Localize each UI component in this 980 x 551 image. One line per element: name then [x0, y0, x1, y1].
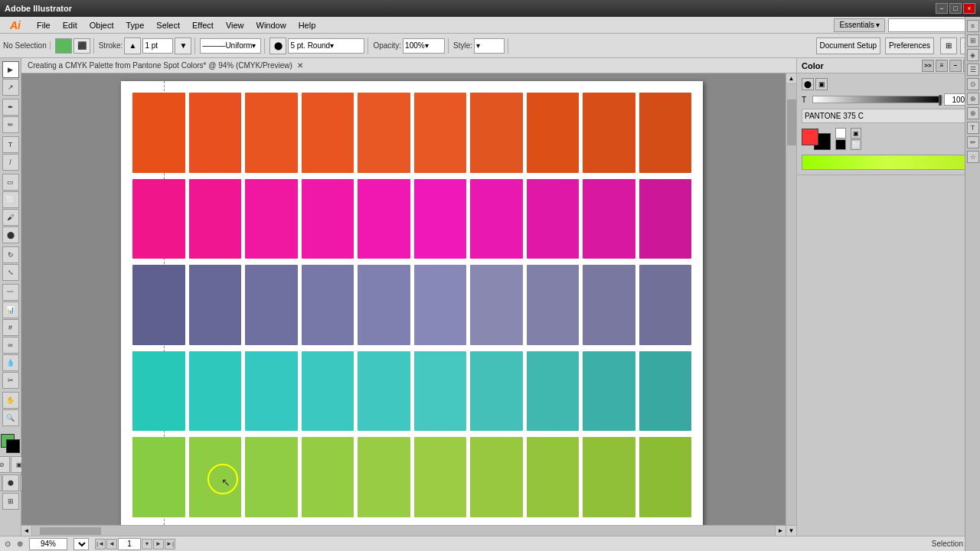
direct-selection-tool[interactable]: ↗: [2, 79, 19, 96]
strip-icon-9[interactable]: ✏: [967, 136, 979, 148]
fill-mode-icon[interactable]: ▣: [851, 128, 861, 139]
stroke-up[interactable]: ▲: [124, 37, 141, 54]
stroke-style-dropdown[interactable]: ——— Uniform ▾: [200, 38, 261, 54]
strip-icon-8[interactable]: T: [967, 122, 979, 134]
color-swatch-purple_row-2[interactable]: [245, 265, 298, 345]
color-swatch-purple_row-4[interactable]: [358, 265, 410, 345]
color-swatch-green_row-7[interactable]: [527, 437, 580, 517]
color-swatch-magenta_row-3[interactable]: [302, 179, 354, 259]
color-swatch-green_row-2[interactable]: [245, 437, 298, 517]
menu-edit[interactable]: Edit: [57, 19, 83, 31]
hscroll-thumb[interactable]: [40, 527, 101, 535]
panel-expand-btn[interactable]: >>: [922, 60, 934, 72]
color-swatch-purple_row-8[interactable]: [583, 265, 635, 345]
close-button[interactable]: ×: [963, 3, 975, 14]
color-swatch-green_row-5[interactable]: [414, 437, 467, 517]
eyedropper-tool[interactable]: 💧: [2, 354, 19, 371]
color-swatch-teal_row-4[interactable]: [358, 351, 410, 432]
hand-tool[interactable]: ✋: [2, 392, 19, 409]
selection-tool[interactable]: ▶: [2, 61, 19, 78]
color-swatch-orange_row-4[interactable]: [358, 93, 410, 173]
panel-menu-btn[interactable]: ≡: [936, 60, 948, 72]
color-swatch-orange_row-3[interactable]: [302, 93, 354, 173]
brush-icon[interactable]: ⬤: [270, 37, 286, 54]
zoom-input[interactable]: [29, 538, 67, 550]
color-swatch-magenta_row-6[interactable]: [470, 179, 523, 259]
color-swatch-magenta_row-2[interactable]: [245, 179, 298, 259]
tool-option-btn2[interactable]: ⬛: [74, 38, 90, 54]
color-spectrum-bar[interactable]: [802, 155, 975, 170]
page-last-btn[interactable]: ►|: [165, 539, 175, 549]
paintbrush-tool[interactable]: 🖌: [2, 209, 19, 226]
color-swatch-green_row-6[interactable]: [470, 437, 523, 517]
color-swatch-green_row-8[interactable]: [583, 437, 635, 517]
page-first-btn[interactable]: |◄: [95, 539, 106, 549]
canvas-scroll[interactable]: ↖ ▲ ▼ ◄ ►: [21, 73, 796, 536]
brush-dropdown[interactable]: 5 pt. Round ▾: [288, 38, 364, 54]
color-mode-btn1[interactable]: ⬤: [802, 78, 814, 90]
t-slider[interactable]: [812, 96, 942, 103]
color-swatch-purple_row-7[interactable]: [527, 265, 580, 345]
document-tab[interactable]: Creating a CMYK Palette from Pantone Spo…: [21, 58, 796, 73]
color-swatch-teal_row-6[interactable]: [470, 351, 523, 432]
color-swatch-green_row-1[interactable]: [189, 437, 242, 517]
scroll-up-btn[interactable]: ▲: [786, 73, 797, 84]
strip-icon-6[interactable]: ⊛: [967, 93, 979, 105]
menu-window[interactable]: Window: [250, 19, 292, 31]
strip-icon-4[interactable]: ☰: [967, 64, 979, 76]
color-swatch-orange_row-8[interactable]: [583, 93, 635, 173]
color-swatch-green_row-4[interactable]: [358, 437, 410, 517]
color-swatch-teal_row-8[interactable]: [583, 351, 635, 432]
color-swatch-orange_row-1[interactable]: [189, 93, 242, 173]
page-input[interactable]: [118, 538, 141, 550]
color-swatch-teal_row-1[interactable]: [189, 351, 242, 432]
mesh-tool[interactable]: #: [2, 319, 19, 336]
hscroll-left-btn[interactable]: ◄: [21, 526, 32, 536]
pen-tool[interactable]: ✒: [2, 99, 19, 116]
zoom-tool[interactable]: 🔍: [2, 409, 19, 426]
color-swatch-magenta_row-5[interactable]: [414, 179, 467, 259]
menu-file[interactable]: File: [31, 19, 57, 31]
style-dropdown[interactable]: ▾: [474, 38, 505, 54]
essentials-button[interactable]: Essentials ▾: [834, 18, 885, 32]
blob-brush-tool[interactable]: ⬤: [2, 227, 19, 243]
strip-icon-1[interactable]: ≡: [967, 20, 979, 32]
strip-icon-3[interactable]: ◈: [967, 49, 979, 61]
menu-type[interactable]: Type: [120, 19, 151, 31]
type-tool[interactable]: T: [2, 136, 19, 153]
page-next-btn[interactable]: ►: [153, 539, 164, 549]
vertical-scrollbar[interactable]: ▲ ▼: [786, 73, 796, 536]
graph-tool[interactable]: 📊: [2, 302, 19, 318]
color-swatch-orange_row-0[interactable]: [132, 93, 185, 173]
scissors-tool[interactable]: ✂: [2, 372, 19, 389]
none-btn[interactable]: ⊘: [0, 456, 10, 473]
zoom-dropdown[interactable]: ▾: [74, 538, 89, 550]
scroll-thumb[interactable]: [787, 99, 796, 145]
t-value[interactable]: 100: [944, 93, 967, 106]
stroke-mode-icon[interactable]: ⬜: [851, 139, 861, 150]
menu-view[interactable]: View: [220, 19, 250, 31]
white-box[interactable]: [835, 128, 846, 139]
rect-tool[interactable]: ▭: [2, 174, 19, 191]
artboards-tool[interactable]: ⊞: [2, 493, 19, 510]
color-swatch-orange_row-7[interactable]: [527, 93, 580, 173]
color-swatch-magenta_row-9[interactable]: [639, 179, 692, 259]
color-swatch-purple_row-0[interactable]: [132, 265, 185, 345]
rounded-rect-tool[interactable]: ⬜: [2, 191, 19, 208]
stroke-down[interactable]: ▼: [175, 37, 191, 54]
color-swatch-magenta_row-7[interactable]: [527, 179, 580, 259]
color-swatch-magenta_row-1[interactable]: [189, 179, 242, 259]
rotate-tool[interactable]: ↻: [2, 246, 19, 263]
color-swatch-purple_row-9[interactable]: [639, 265, 692, 345]
menu-help[interactable]: Help: [292, 19, 322, 31]
color-swatch-teal_row-7[interactable]: [527, 351, 580, 432]
doc-setup-button[interactable]: Document Setup: [816, 37, 881, 54]
mode-btn2[interactable]: ⬤: [2, 474, 19, 491]
scale-tool[interactable]: ⤡: [2, 264, 19, 281]
maximize-button[interactable]: □: [949, 3, 962, 14]
menu-select[interactable]: Select: [150, 19, 186, 31]
color-swatch-magenta_row-4[interactable]: [358, 179, 410, 259]
color-swatch-teal_row-5[interactable]: [414, 351, 467, 432]
color-swatch-teal_row-0[interactable]: [132, 351, 185, 432]
stroke-value[interactable]: [142, 38, 173, 54]
